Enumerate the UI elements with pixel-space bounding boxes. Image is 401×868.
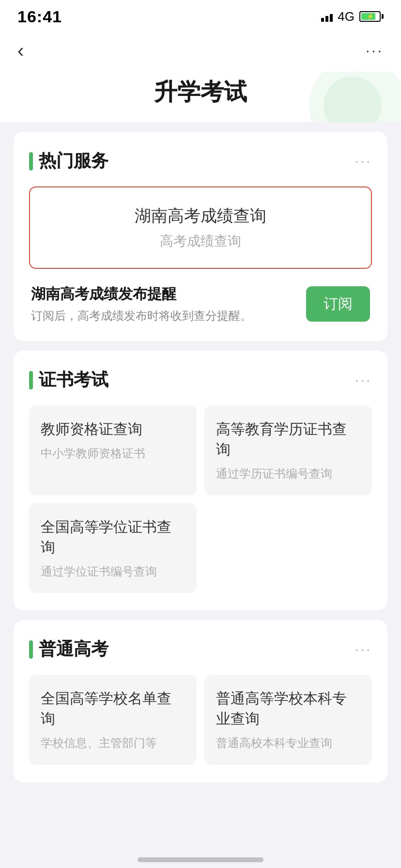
- list-item[interactable]: 教师资格证查询 中小学教师资格证书: [29, 405, 197, 496]
- status-icons: 4G ⚡: [321, 9, 384, 24]
- notification-bar: 湖南高考成绩发布提醒 订阅后，高考成绩发布时将收到查分提醒。 订阅: [29, 284, 372, 324]
- notif-desc: 订阅后，高考成绩发布时将收到查分提醒。: [31, 308, 306, 324]
- status-bar: 16:41 4G ⚡: [0, 0, 401, 29]
- hot-services-title: 热门服务: [39, 149, 108, 173]
- status-time: 16:41: [17, 7, 62, 26]
- general-exam-title: 普通高考: [39, 637, 108, 661]
- featured-item-title: 湖南高考成绩查询: [44, 205, 357, 227]
- item-title: 教师资格证查询: [41, 419, 185, 439]
- hot-services-title-group: 热门服务: [29, 149, 108, 173]
- item-title: 全国高等学校名单查询: [41, 688, 185, 729]
- hot-services-header: 热门服务 ···: [29, 149, 372, 173]
- battery-icon: ⚡: [359, 11, 384, 22]
- notif-content: 湖南高考成绩发布提醒 订阅后，高考成绩发布时将收到查分提醒。: [31, 284, 306, 324]
- item-desc: 通过学历证书编号查询: [216, 465, 360, 482]
- item-title: 全国高等学位证书查询: [41, 517, 185, 558]
- home-indicator: [138, 857, 263, 862]
- hot-services-card: 热门服务 ··· 湖南高考成绩查询 高考成绩查询 湖南高考成绩发布提醒 订阅后，…: [14, 132, 387, 341]
- general-exam-grid: 全国高等学校名单查询 学校信息、主管部门等 普通高等学校本科专业查询 普通高校本…: [29, 675, 372, 765]
- section-bar-accent: [29, 152, 33, 170]
- item-desc: 中小学教师资格证书: [41, 445, 185, 462]
- list-item[interactable]: 高等教育学历证书查询 通过学历证书编号查询: [204, 405, 372, 496]
- section-bar-accent-3: [29, 640, 33, 659]
- signal-icon: [321, 11, 333, 22]
- item-title: 普通高等学校本科专业查询: [216, 688, 360, 729]
- general-exam-card: 普通高考 ··· 全国高等学校名单查询 学校信息、主管部门等 普通高等学校本科专…: [14, 620, 387, 782]
- list-item[interactable]: 全国高等学位证书查询 通过学位证书编号查询: [29, 503, 197, 593]
- general-exam-header: 普通高考 ···: [29, 637, 372, 661]
- notif-title: 湖南高考成绩发布提醒: [31, 284, 306, 304]
- cert-exam-title-group: 证书考试: [29, 368, 108, 392]
- item-desc: 普通高校本科专业查询: [216, 735, 360, 751]
- more-button[interactable]: ···: [366, 42, 384, 59]
- back-button[interactable]: ‹: [17, 41, 24, 60]
- cert-exam-header: 证书考试 ···: [29, 368, 372, 392]
- cert-exam-title: 证书考试: [39, 368, 108, 392]
- item-title: 高等教育学历证书查询: [216, 419, 360, 460]
- general-exam-title-group: 普通高考: [29, 637, 108, 661]
- item-desc: 学校信息、主管部门等: [41, 735, 185, 751]
- featured-item-subtitle: 高考成绩查询: [44, 232, 357, 250]
- item-desc: 通过学位证书编号查询: [41, 563, 185, 580]
- page-title: 升学考试: [154, 77, 247, 108]
- featured-item[interactable]: 湖南高考成绩查询 高考成绩查询: [29, 186, 372, 269]
- page-header: 升学考试: [0, 72, 401, 122]
- nav-bar: ‹ ···: [0, 29, 401, 72]
- cert-exam-card: 证书考试 ··· 教师资格证查询 中小学教师资格证书 高等教育学历证书查询 通过…: [14, 351, 387, 610]
- list-item[interactable]: 全国高等学校名单查询 学校信息、主管部门等: [29, 675, 197, 765]
- section-bar-accent-2: [29, 371, 33, 389]
- list-item[interactable]: 普通高等学校本科专业查询 普通高校本科专业查询: [204, 675, 372, 765]
- hot-services-more[interactable]: ···: [355, 154, 372, 169]
- general-exam-more[interactable]: ···: [355, 642, 372, 657]
- network-label: 4G: [338, 9, 355, 24]
- content-area: 热门服务 ··· 湖南高考成绩查询 高考成绩查询 湖南高考成绩发布提醒 订阅后，…: [0, 122, 401, 792]
- cert-exam-grid: 教师资格证查询 中小学教师资格证书 高等教育学历证书查询 通过学历证书编号查询 …: [29, 405, 372, 593]
- subscribe-button[interactable]: 订阅: [306, 286, 370, 322]
- cert-exam-more[interactable]: ···: [355, 372, 372, 388]
